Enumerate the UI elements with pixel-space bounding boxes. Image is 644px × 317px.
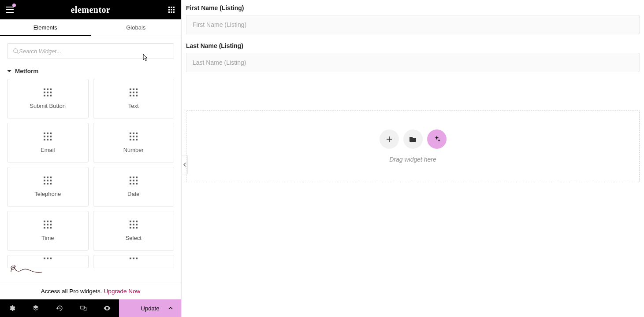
bottom-bar: Update bbox=[0, 299, 181, 317]
settings-button[interactable] bbox=[0, 299, 24, 317]
widget-email[interactable]: Email bbox=[7, 123, 89, 162]
drop-zone-buttons bbox=[380, 129, 447, 149]
widget-telephone[interactable]: Telephone bbox=[7, 167, 89, 206]
svg-rect-60 bbox=[133, 180, 134, 181]
search-icon bbox=[13, 48, 19, 54]
panel-header: elementor bbox=[0, 0, 181, 19]
widgets-panel: elementor Elements Globals Metform Submi… bbox=[0, 0, 182, 317]
svg-rect-18 bbox=[47, 95, 48, 96]
svg-rect-58 bbox=[136, 177, 138, 178]
tab-globals[interactable]: Globals bbox=[91, 19, 182, 36]
svg-rect-68 bbox=[44, 224, 45, 225]
widgets-grid: Submit Button Text Email Number Telephon… bbox=[0, 79, 181, 283]
plus-icon bbox=[386, 136, 393, 143]
widget-icon bbox=[130, 133, 138, 140]
svg-rect-79 bbox=[136, 224, 138, 225]
svg-rect-47 bbox=[44, 177, 45, 178]
svg-rect-32 bbox=[44, 136, 45, 137]
svg-rect-75 bbox=[133, 221, 134, 222]
widget-label: Date bbox=[127, 191, 139, 197]
tab-elements[interactable]: Elements bbox=[0, 19, 91, 36]
svg-rect-7 bbox=[171, 11, 172, 13]
svg-rect-13 bbox=[50, 88, 52, 90]
category-header-metform[interactable]: Metform bbox=[0, 66, 181, 79]
svg-rect-71 bbox=[44, 227, 45, 229]
grid-icon bbox=[168, 7, 175, 13]
svg-rect-25 bbox=[136, 92, 138, 93]
svg-rect-70 bbox=[50, 224, 52, 225]
promo-text: Access all Pro widgets. bbox=[41, 288, 102, 295]
widget-icon bbox=[44, 258, 52, 265]
svg-rect-23 bbox=[130, 92, 131, 93]
svg-rect-74 bbox=[130, 221, 131, 222]
drop-zone[interactable]: Drag widget here bbox=[186, 110, 640, 182]
last-name-input[interactable]: Last Name (Listing) bbox=[186, 53, 640, 72]
svg-rect-16 bbox=[50, 92, 52, 93]
svg-rect-19 bbox=[50, 95, 52, 96]
svg-rect-87 bbox=[133, 258, 134, 259]
svg-rect-36 bbox=[47, 139, 48, 140]
svg-rect-50 bbox=[44, 180, 45, 181]
svg-rect-15 bbox=[47, 92, 48, 93]
add-section-button[interactable] bbox=[380, 129, 399, 149]
svg-rect-86 bbox=[130, 258, 131, 259]
widget-text[interactable]: Text bbox=[93, 79, 175, 118]
svg-rect-12 bbox=[47, 88, 48, 90]
drop-zone-text: Drag widget here bbox=[389, 156, 436, 163]
search-box[interactable] bbox=[7, 43, 174, 59]
widget-hidden-2[interactable] bbox=[93, 255, 175, 268]
svg-rect-88 bbox=[136, 258, 138, 259]
ai-button[interactable] bbox=[427, 129, 447, 149]
svg-rect-28 bbox=[136, 95, 138, 96]
widget-icon bbox=[130, 258, 138, 265]
svg-rect-29 bbox=[44, 133, 45, 134]
svg-rect-56 bbox=[130, 177, 131, 178]
svg-rect-35 bbox=[44, 139, 45, 140]
add-template-button[interactable] bbox=[403, 129, 423, 149]
update-options-button[interactable] bbox=[165, 299, 176, 317]
field-label: First Name (Listing) bbox=[186, 4, 640, 15]
pro-promo: Access all Pro widgets. Upgrade Now bbox=[0, 283, 181, 299]
svg-rect-40 bbox=[136, 133, 138, 134]
widget-select[interactable]: Select bbox=[93, 211, 175, 251]
search-wrap bbox=[0, 36, 181, 66]
responsive-button[interactable] bbox=[71, 299, 95, 317]
svg-rect-46 bbox=[136, 139, 138, 140]
widget-hidden-1[interactable] bbox=[7, 255, 89, 268]
widget-submit-button[interactable]: Submit Button bbox=[7, 79, 89, 118]
svg-rect-76 bbox=[136, 221, 138, 222]
field-label: Last Name (Listing) bbox=[186, 42, 640, 53]
svg-rect-8 bbox=[173, 11, 175, 13]
editor-canvas[interactable]: First Name (Listing) First Name (Listing… bbox=[182, 0, 644, 317]
svg-rect-53 bbox=[44, 183, 45, 184]
devices-icon bbox=[80, 305, 87, 312]
widgets-grid-button[interactable] bbox=[167, 5, 176, 14]
update-button[interactable]: Update bbox=[119, 299, 181, 317]
svg-rect-20 bbox=[130, 88, 131, 90]
preview-button[interactable] bbox=[95, 299, 119, 317]
svg-rect-80 bbox=[130, 227, 131, 229]
history-button[interactable] bbox=[48, 299, 71, 317]
first-name-input[interactable]: First Name (Listing) bbox=[186, 15, 640, 34]
svg-rect-33 bbox=[47, 136, 48, 137]
svg-rect-22 bbox=[136, 88, 138, 90]
widget-label: Telephone bbox=[34, 191, 61, 197]
search-input[interactable] bbox=[19, 48, 168, 55]
svg-rect-72 bbox=[47, 227, 48, 229]
menu-button[interactable] bbox=[5, 5, 14, 14]
svg-rect-1 bbox=[171, 7, 172, 8]
category-title: Metform bbox=[15, 68, 38, 74]
svg-rect-11 bbox=[44, 88, 45, 90]
widget-time[interactable]: Time bbox=[7, 211, 89, 251]
svg-rect-4 bbox=[171, 9, 172, 11]
widget-date[interactable]: Date bbox=[93, 167, 175, 206]
widget-label: Text bbox=[128, 103, 139, 109]
layers-icon bbox=[32, 305, 39, 312]
upgrade-link[interactable]: Upgrade Now bbox=[104, 288, 141, 295]
widget-number[interactable]: Number bbox=[93, 123, 175, 162]
navigator-button[interactable] bbox=[24, 299, 48, 317]
svg-rect-65 bbox=[44, 221, 45, 222]
svg-rect-45 bbox=[133, 139, 134, 140]
svg-rect-62 bbox=[130, 183, 131, 184]
svg-rect-83 bbox=[44, 258, 45, 259]
